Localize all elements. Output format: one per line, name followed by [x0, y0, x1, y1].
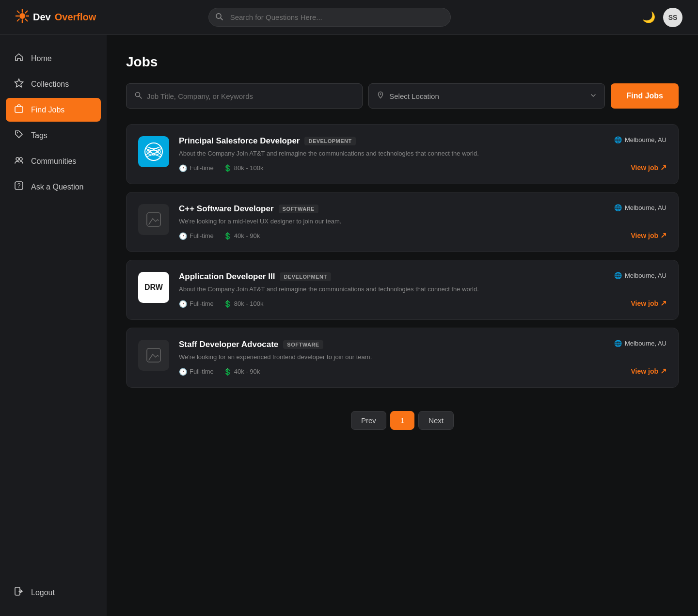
sidebar-item-collections[interactable]: Collections: [6, 72, 101, 96]
job-title-row: C++ Software Developer SOFTWARE: [179, 204, 589, 214]
job-title: Application Developer III: [179, 272, 275, 282]
view-job-link[interactable]: View job ↗: [631, 163, 666, 172]
job-salary-text: 80k - 100k: [234, 300, 264, 307]
svg-point-15: [19, 158, 22, 160]
globe-icon: 🌐: [614, 272, 622, 279]
prev-button[interactable]: Prev: [351, 411, 386, 430]
job-location-text: Melbourne, AU: [625, 340, 666, 347]
location-select-text: Select Location: [389, 92, 585, 100]
sidebar-item-ask-question[interactable]: ? Ask a Question: [6, 175, 101, 199]
job-location-text: Melbourne, AU: [625, 204, 666, 211]
arrow-icon: ↗: [660, 366, 666, 376]
view-job-label: View job: [631, 367, 658, 375]
next-button[interactable]: Next: [418, 411, 454, 430]
job-title: C++ Software Developer: [179, 204, 274, 214]
svg-line-6: [25, 19, 27, 21]
sidebar-find-jobs-label: Find Jobs: [31, 106, 64, 114]
job-meta: 🕐 Full-time 💲 40k - 90k: [179, 368, 589, 376]
job-location-badge: 🌐 Melbourne, AU: [614, 204, 666, 211]
sidebar-item-logout[interactable]: Logout: [6, 581, 101, 604]
header: DevOverflow 🌙 SS: [0, 0, 698, 35]
view-job-link[interactable]: View job ↗: [631, 366, 666, 376]
svg-point-22: [145, 143, 162, 160]
job-right: 🌐 Melbourne, AU View job ↗: [599, 272, 666, 308]
keyword-input-wrapper: [126, 83, 363, 109]
job-info: Principal Salesforce Developer DEVELOPME…: [179, 136, 589, 172]
svg-point-26: [145, 146, 162, 158]
job-title-row: Application Developer III DEVELOPMENT: [179, 272, 589, 282]
collections-icon: [14, 78, 24, 90]
svg-line-7: [25, 11, 27, 13]
job-tag: SOFTWARE: [279, 205, 318, 213]
location-pin-icon: [377, 91, 384, 101]
job-description: We're looking for a mid-level UX designe…: [179, 217, 589, 226]
avatar[interactable]: SS: [663, 8, 682, 27]
arrow-icon: ↗: [660, 163, 666, 172]
keyword-search-icon: [134, 91, 142, 101]
clock-icon: 🕐: [179, 300, 187, 308]
job-title: Principal Salesforce Developer: [179, 136, 300, 146]
find-jobs-button[interactable]: Find Jobs: [611, 83, 679, 109]
job-list: Principal Salesforce Developer DEVELOPME…: [126, 124, 679, 388]
global-search-bar: [208, 8, 451, 27]
svg-rect-12: [15, 107, 23, 112]
location-select[interactable]: Select Location: [368, 83, 605, 109]
job-salary: 💲 80k - 100k: [223, 164, 264, 172]
sidebar-item-find-jobs[interactable]: Find Jobs: [6, 98, 101, 122]
sidebar-item-home[interactable]: Home: [6, 47, 101, 70]
theme-toggle-icon[interactable]: 🌙: [642, 11, 655, 24]
job-tag: DEVELOPMENT: [304, 137, 355, 145]
logo-icon: [16, 9, 29, 26]
chevron-down-icon: [590, 92, 597, 100]
table-row[interactable]: DRW Application Developer III DEVELOPMEN…: [126, 260, 679, 320]
sidebar-item-communities[interactable]: Communities: [6, 149, 101, 173]
job-salary-text: 40k - 90k: [234, 368, 260, 375]
job-type-text: Full-time: [190, 300, 214, 307]
global-search-input[interactable]: [208, 8, 451, 27]
svg-line-8: [17, 19, 19, 21]
job-title-row: Principal Salesforce Developer DEVELOPME…: [179, 136, 589, 146]
search-icon: [215, 13, 223, 22]
job-type: 🕐 Full-time: [179, 368, 214, 376]
logo[interactable]: DevOverflow: [16, 9, 112, 26]
svg-line-5: [17, 11, 19, 13]
job-meta: 🕐 Full-time 💲 40k - 90k: [179, 232, 589, 240]
svg-line-20: [140, 96, 142, 98]
svg-line-10: [221, 18, 222, 20]
svg-text:?: ?: [17, 182, 21, 189]
clock-icon: 🕐: [179, 368, 187, 376]
view-job-link[interactable]: View job ↗: [631, 231, 666, 240]
svg-point-0: [19, 13, 25, 19]
table-row[interactable]: C++ Software Developer SOFTWARE We're lo…: [126, 192, 679, 252]
job-location-badge: 🌐 Melbourne, AU: [614, 136, 666, 143]
job-salary-text: 80k - 100k: [234, 164, 264, 172]
page-1-button[interactable]: 1: [390, 411, 414, 430]
view-job-link[interactable]: View job ↗: [631, 299, 666, 308]
svg-point-21: [380, 94, 381, 95]
communities-icon: [14, 155, 24, 167]
job-description: About the Company Join AT&T and reimagin…: [179, 284, 589, 294]
keyword-input[interactable]: [147, 92, 354, 100]
job-location-text: Melbourne, AU: [625, 136, 666, 143]
job-right: 🌐 Melbourne, AU View job ↗: [599, 136, 666, 172]
clock-icon: 🕐: [179, 232, 187, 240]
page-title: Jobs: [126, 54, 679, 70]
tags-icon: [14, 129, 24, 142]
view-job-label: View job: [631, 232, 658, 239]
sidebar-tags-label: Tags: [31, 131, 48, 140]
globe-icon: 🌐: [614, 204, 622, 211]
table-row[interactable]: Principal Salesforce Developer DEVELOPME…: [126, 124, 679, 184]
svg-point-19: [136, 93, 140, 97]
money-icon: 💲: [223, 368, 232, 376]
job-tag: DEVELOPMENT: [280, 272, 331, 281]
globe-icon: 🌐: [614, 340, 622, 347]
sidebar-item-tags[interactable]: Tags: [6, 124, 101, 147]
globe-icon: 🌐: [614, 136, 622, 143]
sidebar-communities-label: Communities: [31, 157, 76, 166]
job-type-text: Full-time: [190, 232, 214, 239]
table-row[interactable]: Staff Developer Advocate SOFTWARE We're …: [126, 328, 679, 388]
job-type: 🕐 Full-time: [179, 164, 214, 172]
job-right: 🌐 Melbourne, AU View job ↗: [599, 340, 666, 376]
pagination: Prev 1 Next: [126, 411, 679, 449]
view-job-label: View job: [631, 300, 658, 307]
